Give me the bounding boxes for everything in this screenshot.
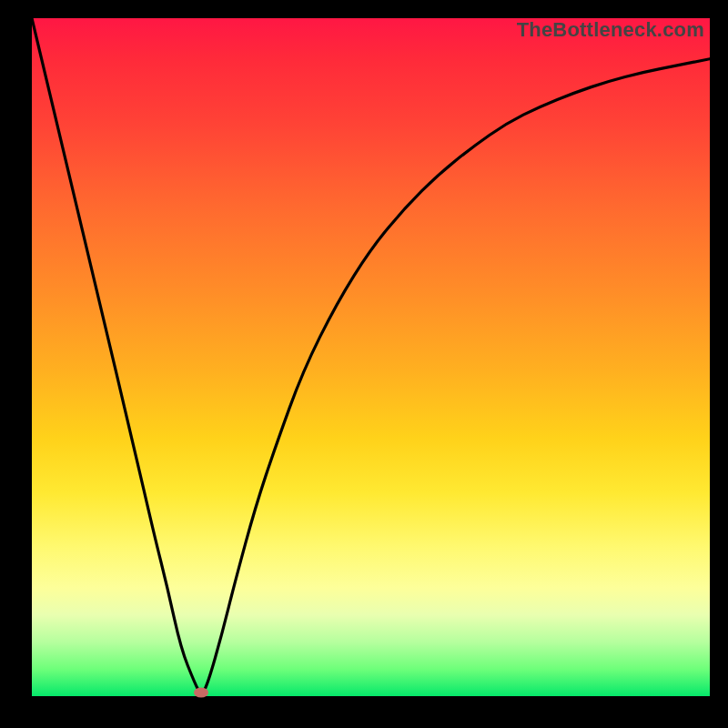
plot-area: TheBottleneck.com <box>32 18 710 696</box>
bottleneck-curve <box>32 18 710 696</box>
watermark-text: TheBottleneck.com <box>517 18 704 42</box>
curve-path <box>32 18 710 693</box>
chart-frame: TheBottleneck.com <box>0 0 728 728</box>
minimum-marker-dot <box>194 688 208 698</box>
